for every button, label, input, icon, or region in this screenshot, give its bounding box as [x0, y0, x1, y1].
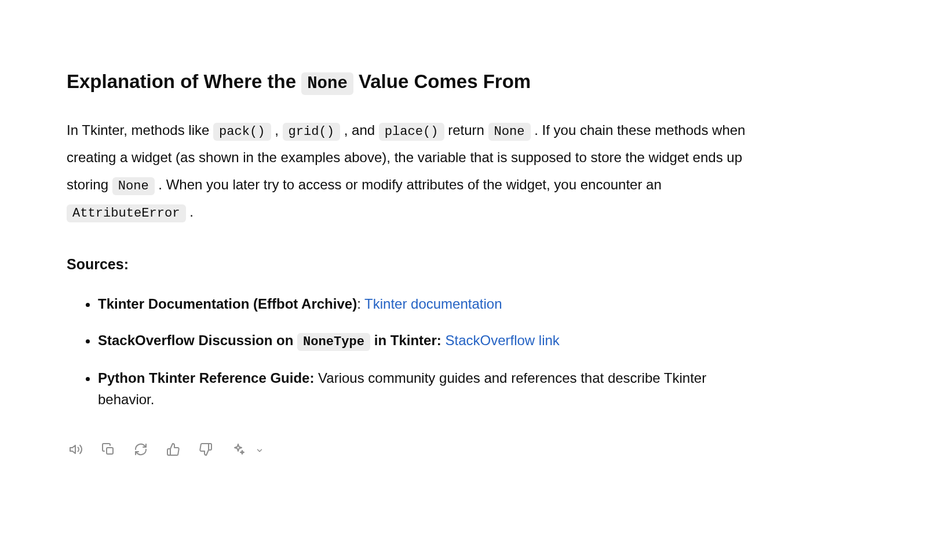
exp-code-place: place()	[379, 123, 444, 141]
content-container: Explanation of Where the None Value Come…	[67, 69, 762, 464]
source-title-code: NoneType	[297, 333, 370, 351]
exp-text: . When you later try to access or modify…	[155, 177, 662, 192]
speaker-icon	[69, 442, 83, 458]
thumbs-up-button[interactable]	[164, 440, 183, 460]
read-aloud-button[interactable]	[67, 440, 85, 460]
exp-text: .	[186, 204, 194, 219]
svg-marker-0	[70, 445, 75, 453]
svg-rect-1	[107, 448, 113, 454]
chevron-down-icon	[256, 439, 264, 461]
exp-code-none2: None	[112, 177, 155, 195]
source-title-suffix: in Tkinter:	[370, 332, 441, 348]
list-item: Tkinter Documentation (Effbot Archive): …	[98, 293, 762, 314]
action-toolbar	[67, 437, 762, 463]
exp-text: , and	[340, 122, 379, 138]
sparkle-icon	[231, 442, 245, 458]
thumbs-up-icon	[166, 442, 180, 458]
source-sep: :	[357, 296, 364, 312]
heading-suffix: Value Comes From	[353, 71, 531, 92]
heading-code: None	[301, 72, 353, 95]
section-heading: Explanation of Where the None Value Come…	[67, 69, 762, 95]
source-title: StackOverflow Discussion on NoneType in …	[98, 332, 441, 348]
exp-code-pack: pack()	[213, 123, 271, 141]
regenerate-button[interactable]	[132, 440, 150, 460]
refresh-icon	[134, 442, 148, 458]
copy-button[interactable]	[99, 440, 118, 460]
sparkle-button[interactable]	[229, 440, 247, 460]
heading-prefix: Explanation of Where the	[67, 71, 301, 92]
thumbs-down-icon	[199, 442, 213, 458]
thumbs-down-button[interactable]	[196, 440, 215, 460]
source-title: Tkinter Documentation (Effbot Archive)	[98, 296, 357, 312]
exp-text: ,	[271, 122, 283, 138]
exp-code-none1: None	[488, 123, 531, 141]
exp-text: In Tkinter, methods like	[67, 122, 213, 138]
sources-heading: Sources:	[67, 252, 762, 276]
list-item: Python Tkinter Reference Guide: Various …	[98, 367, 762, 410]
source-title-prefix: StackOverflow Discussion on	[98, 332, 297, 348]
list-item: StackOverflow Discussion on NoneType in …	[98, 330, 762, 352]
exp-code-attrerror: AttributeError	[67, 204, 186, 222]
source-title: Python Tkinter Reference Guide:	[98, 370, 314, 386]
source-link[interactable]: Tkinter documentation	[364, 296, 502, 312]
copy-icon	[101, 442, 115, 458]
exp-code-grid: grid()	[283, 123, 341, 141]
sources-list: Tkinter Documentation (Effbot Archive): …	[67, 293, 762, 411]
source-link[interactable]: StackOverflow link	[445, 332, 559, 348]
exp-text: return	[444, 122, 488, 138]
sparkle-dropdown[interactable]	[253, 437, 266, 463]
explanation-paragraph: In Tkinter, methods like pack() , grid()…	[67, 117, 762, 226]
